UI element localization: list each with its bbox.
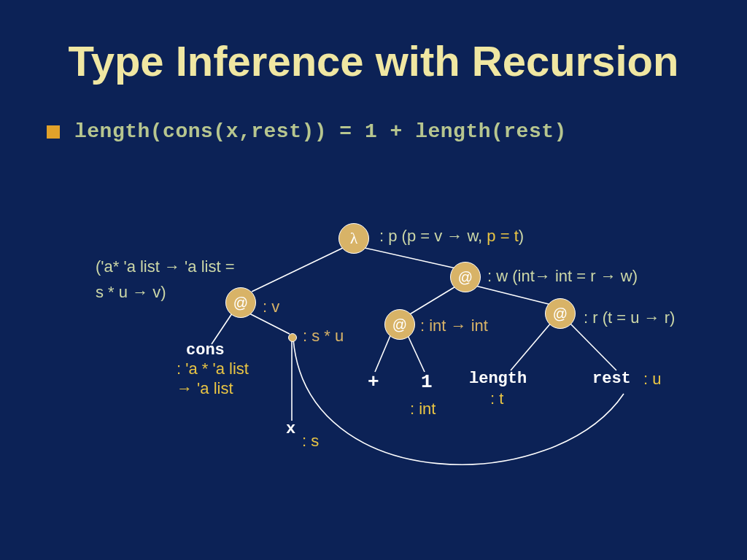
svg-line-10 [569, 322, 616, 370]
rest-type: : u [643, 370, 661, 389]
precond-line1: ('a* 'a list → 'a list = [96, 257, 235, 276]
lambda-ann-suffix: ) [519, 227, 524, 245]
equation-code: length(cons(x,rest)) = 1 + length(rest) [74, 120, 567, 143]
precond-line2: s * u → v) [96, 283, 166, 302]
svg-line-7 [375, 334, 391, 372]
bullet-row: length(cons(x,rest)) = 1 + length(rest) [47, 120, 567, 143]
svg-line-8 [407, 334, 425, 372]
one-type: : int [410, 400, 436, 419]
node-apply-length: @ [545, 298, 576, 329]
pair-type: : s * u [303, 327, 344, 346]
leaf-length: length [469, 370, 527, 388]
apply-plus-type: : int → int [420, 316, 488, 335]
slide: Type Inference with Recursion length(con… [0, 0, 747, 560]
lambda-ann-highlight: p = t [487, 227, 518, 245]
lambda-annotation: : p (p = v → w, p = t) [379, 227, 524, 246]
svg-line-9 [511, 322, 551, 370]
apply-left-type: : v [263, 298, 279, 316]
bullet-icon [47, 125, 60, 139]
svg-line-0 [252, 248, 343, 292]
leaf-x: x [286, 420, 295, 438]
svg-line-1 [365, 248, 456, 268]
leaf-rest: rest [592, 370, 631, 388]
length-type: : t [490, 389, 503, 408]
svg-line-3 [249, 314, 290, 334]
leaf-plus: + [368, 371, 379, 393]
svg-line-2 [212, 314, 232, 344]
svg-line-6 [476, 286, 551, 305]
pair-node [288, 333, 297, 342]
node-apply-right: @ [450, 262, 481, 292]
x-type: : s [302, 432, 319, 451]
cons-type-line1: : 'a * 'a list [177, 359, 249, 378]
node-apply-left: @ [225, 287, 256, 318]
lambda-ann-prefix: : p (p = v → w, [379, 227, 487, 245]
cons-type-line2: → 'a list [177, 379, 233, 398]
node-apply-plus: @ [384, 309, 415, 340]
svg-line-5 [409, 286, 457, 315]
apply-length-type: : r (t = u → r) [584, 308, 675, 327]
apply-right-type: : w (int→ int = r → w) [487, 267, 638, 286]
leaf-one: 1 [421, 371, 433, 393]
node-lambda: λ [338, 223, 369, 254]
slide-title: Type Inference with Recursion [0, 36, 747, 85]
leaf-cons: cons [186, 341, 225, 359]
